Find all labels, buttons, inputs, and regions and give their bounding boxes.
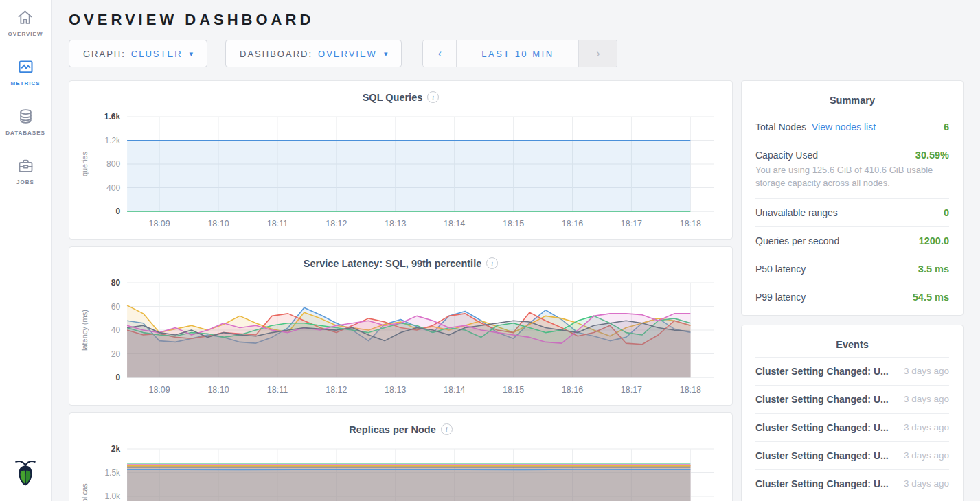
controls-row: GRAPH: CLUSTER ▾ DASHBOARD: OVERVIEW ▾ ‹…	[69, 40, 964, 67]
sidebar-item-label: JOBS	[16, 179, 34, 185]
chart-card-sql-queries: SQL Queries i 04008001.2k1.6k18:0918:101…	[69, 80, 733, 240]
sidebar-item-label: DATABASES	[5, 130, 45, 136]
toolbox-icon	[16, 156, 35, 175]
svg-text:0: 0	[115, 207, 120, 216]
svg-text:400: 400	[106, 183, 120, 193]
svg-text:18:15: 18:15	[503, 219, 524, 229]
cockroachdb-logo	[12, 457, 39, 491]
event-time: 3 days ago	[904, 450, 949, 461]
sidebar-item-jobs[interactable]: JOBS	[16, 156, 35, 185]
summary-value: 6	[944, 121, 949, 132]
event-text: Cluster Setting Changed: U...	[755, 422, 889, 433]
svg-text:18:10: 18:10	[207, 219, 229, 229]
event-time: 3 days ago	[904, 422, 949, 432]
svg-text:18:13: 18:13	[385, 219, 406, 229]
summary-value: 1200.0	[919, 235, 949, 246]
svg-text:18:17: 18:17	[621, 219, 642, 229]
svg-text:18:12: 18:12	[326, 219, 347, 229]
event-row: Cluster Setting Changed: U...3 days ago	[755, 385, 949, 413]
summary-label: Unavailable ranges	[755, 207, 838, 218]
event-time: 3 days ago	[904, 478, 949, 489]
summary-label: Queries per second	[755, 235, 839, 246]
svg-text:latency (ms): latency (ms)	[80, 310, 89, 351]
event-text: Cluster Setting Changed: U...	[755, 366, 889, 377]
events-title: Events	[755, 335, 949, 357]
summary-row: P50 latency3.5 ms	[755, 255, 949, 283]
svg-text:60: 60	[111, 302, 121, 312]
time-next-button[interactable]: ›	[578, 40, 617, 67]
chevron-down-icon: ▾	[384, 49, 388, 58]
chevron-down-icon: ▾	[190, 49, 194, 58]
right-column: Summary Total NodesView nodes list6Capac…	[741, 80, 964, 501]
summary-panel: Summary Total NodesView nodes list6Capac…	[741, 80, 964, 316]
chart-title: Service Latency: SQL, 99th percentile	[304, 258, 482, 269]
sidebar-item-label: OVERVIEW	[8, 31, 43, 37]
home-icon	[16, 8, 34, 27]
svg-text:18:11: 18:11	[267, 385, 288, 395]
summary-value: 54.5 ms	[913, 292, 949, 303]
sidebar-item-metrics[interactable]: METRICS	[11, 58, 41, 86]
svg-text:18:10: 18:10	[207, 385, 229, 395]
svg-text:1.6k: 1.6k	[104, 112, 121, 121]
svg-text:18:09: 18:09	[148, 385, 170, 395]
summary-label: P50 latency	[755, 264, 806, 275]
sidebar: OVERVIEW METRICS DATABASES	[0, 0, 52, 501]
replicas-per-node-chart: 05001.0k1.5k2k18:0918:1018:1118:1218:131…	[78, 441, 724, 501]
svg-text:18:18: 18:18	[680, 385, 701, 395]
svg-text:18:17: 18:17	[621, 385, 642, 395]
summary-subtext: You are using 125.6 GiB of 410.6 GiB usa…	[755, 161, 949, 190]
event-row: Cluster Setting Changed: U...3 days ago	[755, 469, 949, 498]
svg-text:queries: queries	[80, 152, 89, 177]
svg-text:0: 0	[115, 373, 120, 382]
page-title: OVERVIEW DASHBOARD	[69, 11, 964, 29]
summary-label: Total Nodes	[755, 121, 806, 132]
event-time: 3 days ago	[904, 394, 949, 404]
charts-column: SQL Queries i 04008001.2k1.6k18:0918:101…	[69, 80, 733, 501]
info-icon[interactable]: i	[427, 91, 439, 103]
sql-queries-chart: 04008001.2k1.6k18:0918:1018:1118:1218:13…	[78, 108, 724, 235]
info-icon[interactable]: i	[486, 257, 498, 269]
svg-text:800: 800	[106, 159, 120, 169]
time-prev-button[interactable]: ‹	[423, 40, 457, 67]
metrics-chart-icon	[16, 58, 35, 76]
summary-value: 30.59%	[915, 150, 949, 161]
chart-card-replicas-per-node: Replicas per Node i 05001.0k1.5k2k18:091…	[69, 412, 733, 501]
summary-row: Total NodesView nodes list6	[755, 113, 949, 141]
database-icon	[16, 107, 35, 126]
event-row: Cluster Setting Changed: U...3 days ago	[755, 413, 949, 441]
svg-text:80: 80	[111, 278, 121, 288]
event-time: 3 days ago	[904, 366, 949, 376]
time-range-selector: ‹ LAST 10 MIN ›	[422, 40, 617, 67]
dashboard-dropdown[interactable]: DASHBOARD: OVERVIEW ▾	[225, 40, 402, 67]
summary-title: Summary	[755, 91, 949, 113]
event-text: Cluster Setting Changed: U...	[755, 450, 889, 461]
chart-title: SQL Queries	[363, 92, 423, 103]
summary-value: 0	[944, 207, 949, 218]
info-icon[interactable]: i	[441, 423, 453, 435]
sidebar-item-overview[interactable]: OVERVIEW	[8, 8, 43, 37]
summary-label: Capacity Used	[755, 150, 818, 161]
svg-text:replicas: replicas	[80, 483, 89, 501]
event-text: Cluster Setting Changed: U...	[755, 478, 889, 489]
event-row: Cluster Setting Changed: U...3 days ago	[755, 498, 949, 501]
sidebar-item-label: METRICS	[11, 80, 41, 86]
graph-dropdown[interactable]: GRAPH: CLUSTER ▾	[69, 40, 207, 67]
svg-text:18:12: 18:12	[326, 385, 347, 395]
graph-dropdown-value: CLUSTER	[131, 49, 183, 59]
svg-text:20: 20	[111, 349, 121, 359]
view-nodes-link[interactable]: View nodes list	[812, 121, 876, 132]
svg-text:18:09: 18:09	[148, 219, 170, 229]
svg-text:18:13: 18:13	[385, 385, 406, 395]
time-range-value[interactable]: LAST 10 MIN	[457, 40, 578, 67]
dashboard-dropdown-value: OVERVIEW	[318, 49, 377, 59]
svg-text:1.5k: 1.5k	[104, 468, 121, 478]
summary-row: Capacity Used30.59%You are using 125.6 G…	[755, 141, 949, 198]
graph-dropdown-label: GRAPH:	[83, 49, 126, 59]
events-panel: Events Cluster Setting Changed: U...3 da…	[741, 325, 964, 501]
service-latency-chart: 02040608018:0918:1018:1118:1218:1318:141…	[78, 275, 724, 401]
summary-row: Queries per second1200.0	[755, 226, 949, 255]
sidebar-item-databases[interactable]: DATABASES	[5, 107, 45, 136]
svg-text:18:16: 18:16	[562, 385, 583, 395]
svg-text:18:11: 18:11	[267, 219, 288, 229]
chart-card-service-latency: Service Latency: SQL, 99th percentile i …	[69, 246, 733, 406]
